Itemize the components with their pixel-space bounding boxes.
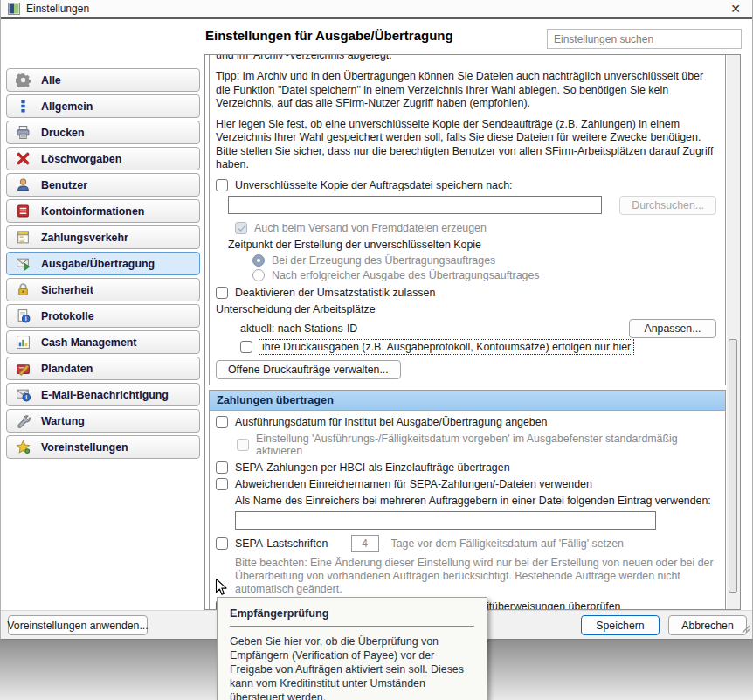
sidebar-item-wartung[interactable]: Wartung [6, 409, 200, 433]
days-input[interactable] [351, 535, 379, 552]
sidebar-item-label: Voreinstellungen [41, 441, 128, 454]
sidebar-item-label: Sicherheit [41, 284, 93, 296]
lock-icon [15, 282, 31, 297]
plan-pencil-icon [15, 361, 31, 376]
settings-window: Einstellungen ✕ Einstellungen für Ausgab… [0, 0, 753, 640]
checkbox-sepa-hbci-label: SEPA-Zahlungen per HBCI als Einzelaufträ… [235, 461, 510, 474]
checkbox-execution-default[interactable] [237, 439, 249, 451]
workstations-label: Unterscheidung der Arbeitsplätze [216, 303, 716, 315]
apply-presets-button[interactable]: Voreinstellungen anwenden... [8, 615, 148, 635]
resize-grip-icon[interactable] [740, 621, 750, 637]
sidebar-item-label: Plandaten [41, 363, 93, 375]
content-panel: und im 'Archiv'-Verzeichnis abgelegt. Ti… [204, 54, 741, 610]
manage-print-jobs-button[interactable]: Offene Druckaufträge verwalten... [216, 360, 401, 379]
sidebar-item-label: Alle [41, 74, 61, 87]
sidebar-item-ausgabe-übertragung[interactable]: Ausgabe/Übertragung [6, 252, 200, 275]
clipped-text-line: und im 'Archiv'-Verzeichnis abgelegt. [216, 55, 716, 63]
title-bar: Einstellungen ✕ [1, 0, 752, 19]
tooltip-divider [230, 626, 474, 627]
gear-icon [15, 73, 31, 87]
group-transfer-payments: Zahlungen übertragen Ausführungsdatum fü… [209, 390, 726, 611]
radio-after-output[interactable] [252, 269, 265, 281]
timing-label: Zeitpunkt der Erstellung der unverschlüs… [228, 239, 716, 251]
checkbox-print-output[interactable] [240, 341, 252, 353]
days-suffix-label: Tage vor dem Fälligkeitsdatum auf 'Fälli… [391, 537, 624, 550]
sidebar-item-zahlungsverkehr[interactable]: Zahlungsverkehr [6, 225, 200, 249]
sidebar-item-benutzer[interactable]: Benutzer [6, 173, 200, 197]
mouse-cursor-icon [215, 578, 228, 600]
checkbox-submitter-name[interactable] [216, 478, 228, 490]
checkbox-statistics[interactable] [216, 287, 228, 299]
sidebar-item-plandaten[interactable]: Plandaten [6, 357, 200, 380]
info-paragraph: Hier legen Sie fest, ob eine unverschlüs… [216, 118, 716, 172]
sidebar-item-label: Benutzer [41, 179, 87, 191]
yellow-form-icon [15, 230, 31, 245]
sidebar-item-kontoinformationen[interactable]: Kontoinformationen [6, 199, 200, 223]
vertical-scrollbar[interactable] [727, 55, 740, 609]
sidebar-item-label: E-Mail-Benachrichtigung [41, 389, 169, 401]
checkbox-execution-default-label: Einstellung 'Ausführungs-/Fälligkeitsdat… [256, 433, 716, 457]
current-station-label: aktuell: nach Stations-ID [240, 322, 357, 335]
browse-button[interactable]: Durchsuchen... [619, 196, 716, 215]
payee-check-tooltip: Empfängerprüfung Geben Sie hier vor, ob … [217, 597, 487, 700]
sidebar-item-protokolle[interactable]: iProtokolle [6, 304, 200, 328]
note-paragraph: Bitte beachten: Eine Änderung dieser Ein… [235, 557, 716, 596]
tooltip-title: Empfängerprüfung [230, 607, 474, 620]
sidebar-item-allgemein[interactable]: Allgemein [6, 94, 200, 118]
printer-icon [15, 125, 31, 140]
sidebar-item-cash-management[interactable]: Cash Management [6, 330, 200, 354]
sidebar-item-alle[interactable]: Alle [6, 68, 200, 92]
sidebar-item-label: Protokolle [41, 310, 94, 322]
user-icon [15, 177, 31, 192]
sidebar-item-label: Wartung [41, 415, 85, 427]
adjust-button[interactable]: Anpassen... [629, 319, 716, 338]
checkbox-foreign-files[interactable] [235, 222, 247, 234]
radio-on-creation-label: Bei der Erzeugung des Übertragungsauftra… [272, 254, 495, 267]
checkbox-statistics-label: Deaktivieren der Umsatzstatistik zulasse… [235, 287, 435, 299]
sidebar-item-label: Löschvorgaben [41, 153, 121, 165]
sidebar-item-löschvorgaben[interactable]: Löschvorgaben [6, 147, 200, 170]
envelope-info-icon: i [15, 387, 31, 402]
envelope-send-icon [15, 256, 31, 271]
wrench-icon [15, 413, 31, 428]
tip-paragraph: Tipp: Im Archiv und in den Übertragungen… [216, 70, 716, 111]
radio-after-output-label: Nach erfolgreicher Ausgabe des Übertragu… [272, 269, 540, 281]
sidebar: AlleAllgemeinDruckenLöschvorgabenBenutze… [6, 68, 200, 461]
group-unencrypted-copy: und im 'Archiv'-Verzeichnis abgelegt. Ti… [209, 55, 726, 385]
tooltip-body: Geben Sie hier vor, ob die Überprüfung v… [230, 634, 474, 700]
scrollbar-thumb[interactable] [729, 339, 737, 593]
save-button[interactable]: Speichern [581, 615, 660, 635]
page-title: Einstellungen für Ausgabe/Übertragung [205, 28, 453, 43]
submitter-input[interactable] [235, 511, 656, 530]
app-icon [8, 3, 20, 15]
sidebar-item-label: Cash Management [41, 336, 136, 349]
svg-text:i: i [24, 315, 26, 322]
checkbox-sepa-hbci[interactable] [216, 461, 228, 474]
sidebar-item-drucken[interactable]: Drucken [6, 121, 200, 144]
sidebar-item-e-mail-benachrichtigung[interactable]: iE-Mail-Benachrichtigung [6, 383, 200, 406]
checkbox-submitter-name-label: Abweichenden Einreichernamen für SEPA-Za… [235, 478, 592, 490]
checkbox-unencrypted-copy-label: Unverschlüsselte Kopie der Auftragsdatei… [235, 179, 513, 191]
close-icon[interactable]: ✕ [726, 2, 745, 16]
settings-dialog: Einstellungen ✕ Einstellungen für Ausgab… [0, 0, 753, 700]
sidebar-item-label: Drucken [41, 127, 85, 139]
sidebar-item-label: Allgemein [41, 100, 93, 113]
sidebar-item-label: Kontoinformationen [41, 205, 144, 218]
checkbox-execution-date[interactable] [216, 416, 228, 428]
chart-icon [15, 335, 31, 350]
cancel-button[interactable]: Abbrechen [668, 615, 747, 635]
checkbox-direct-debit-label: SEPA-Lastschriften [235, 537, 328, 550]
search-input[interactable] [547, 29, 742, 49]
checkbox-foreign-files-label: Auch beim Versand von Fremddateien erzeu… [254, 222, 487, 234]
path-input[interactable] [228, 196, 602, 214]
checkbox-print-output-label: ihre Druckausgaben (z.B. Ausgabeprotokol… [259, 340, 633, 354]
checkbox-unencrypted-copy[interactable] [216, 179, 228, 191]
window-title: Einstellungen [26, 3, 89, 15]
checkbox-direct-debit[interactable] [216, 537, 228, 550]
blue-list-icon [15, 99, 31, 114]
sidebar-item-voreinstellungen[interactable]: Voreinstellungen [6, 435, 200, 459]
sidebar-item-label: Zahlungsverkehr [41, 232, 128, 244]
radio-on-creation[interactable] [252, 254, 265, 267]
sidebar-item-sicherheit[interactable]: Sicherheit [6, 278, 200, 301]
document-info-icon: i [15, 308, 31, 323]
